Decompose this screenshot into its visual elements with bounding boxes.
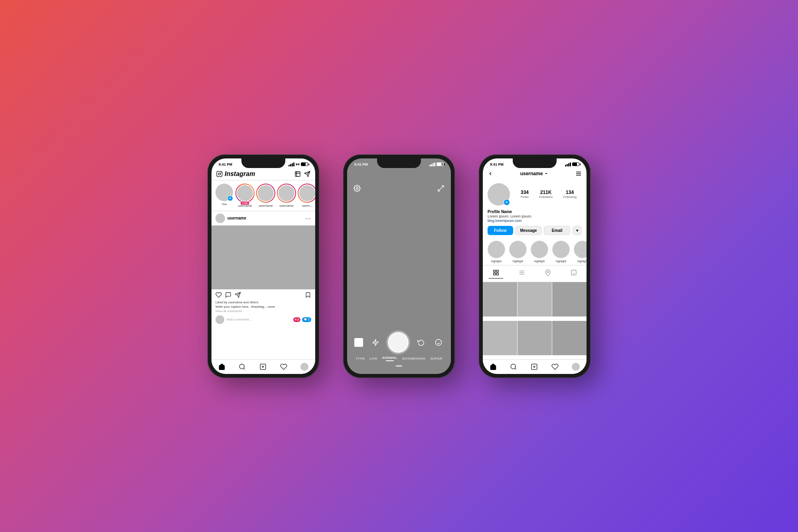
camera-top — [347, 169, 451, 192]
instagram-logo: Instagram — [216, 170, 255, 178]
comment-row: Add a comment... ♥ 2 💬 1 — [211, 314, 315, 326]
bio-line1: Lorem ipsum. Lorem ipsum. — [488, 214, 582, 219]
liked-by: Liked by usurname and others — [215, 301, 259, 304]
profile-search-tab[interactable] — [510, 363, 517, 370]
signal-icon — [288, 162, 294, 166]
rotate-icon[interactable] — [416, 337, 426, 348]
stat-followers-label: Followers — [539, 195, 553, 199]
grid-cell-2[interactable] — [518, 282, 552, 316]
shutter-btn[interactable] — [388, 332, 409, 353]
heart-tab[interactable] — [280, 363, 287, 370]
mode-type[interactable]: TYPE — [356, 357, 365, 360]
grid-cell-5[interactable] — [518, 321, 552, 355]
highlight-4[interactable]: highlight — [552, 241, 570, 263]
story-live[interactable]: LIVE username — [236, 184, 254, 208]
profile-navbar: username — [483, 169, 587, 179]
search-tab[interactable] — [239, 363, 246, 370]
story-4[interactable]: username — [278, 184, 295, 208]
settings-icon[interactable] — [354, 185, 361, 192]
camera-body: TYPE LIVE NORMAL BOOMERANG SUPER — [347, 169, 451, 374]
highlight-5[interactable]: highlight — [574, 241, 587, 263]
post-username[interactable]: username — [227, 216, 246, 220]
email-btn[interactable]: Email — [544, 226, 570, 235]
highlight-label-5: highlight — [577, 260, 587, 263]
mode-live[interactable]: LIVE — [369, 357, 377, 360]
profile-nav-username: username — [520, 171, 543, 176]
view-comments[interactable]: View all comments — [211, 309, 315, 314]
story-you[interactable]: + You — [215, 184, 233, 208]
like-count: 2 — [297, 318, 299, 321]
highlight-3[interactable]: highlight — [531, 241, 548, 263]
flash-icon[interactable] — [370, 337, 381, 348]
profile-add-btn[interactable]: + — [504, 199, 510, 206]
mode-indicator — [386, 360, 394, 361]
grid-cell-4[interactable] — [483, 321, 517, 355]
highlight-label-3: highlight — [534, 260, 545, 263]
stat-following[interactable]: 134 Following — [563, 190, 577, 199]
svg-rect-26 — [496, 273, 498, 275]
grid-tab[interactable] — [489, 269, 503, 279]
story-5[interactable]: usern... — [298, 184, 315, 208]
add-tab[interactable] — [259, 363, 267, 370]
home-tab[interactable] — [218, 363, 225, 370]
menu-icon[interactable] — [575, 170, 582, 177]
highlights-row: highlight highlight highlight highlight … — [483, 238, 587, 265]
bio-name: Profile Name — [488, 210, 582, 214]
grid-cell-3[interactable] — [552, 282, 587, 316]
emoji-icon[interactable] — [433, 337, 444, 348]
tagged-tab[interactable] — [567, 269, 581, 279]
post-icon[interactable] — [294, 171, 301, 177]
bio-link[interactable]: blog.loremipsum.com — [488, 219, 582, 223]
send-icon[interactable] — [304, 171, 310, 177]
story-5-ring — [298, 184, 315, 203]
comment-count: 1 — [308, 318, 310, 321]
more-btn[interactable]: ▾ — [573, 226, 582, 235]
profile-heart-tab[interactable] — [551, 363, 559, 370]
mode-normal[interactable]: NORMAL — [382, 356, 397, 360]
comment-icon[interactable] — [225, 292, 231, 298]
profile-avatar-tab[interactable] — [572, 363, 580, 371]
highlight-1[interactable]: highlight — [488, 241, 505, 263]
comment-badges: ♥ 2 💬 1 — [293, 317, 311, 322]
grid-cell-1[interactable] — [483, 282, 517, 316]
add-story-btn[interactable]: + — [227, 196, 233, 201]
profile-home-tab[interactable] — [490, 363, 497, 370]
profile-add-tab[interactable] — [531, 363, 538, 370]
stat-followers-num: 211K — [540, 190, 552, 195]
comment-avatar — [215, 315, 224, 324]
status-time-profile: 9:41 PM — [490, 162, 504, 166]
dropdown-icon[interactable] — [544, 172, 548, 176]
follow-btn[interactable]: Follow — [488, 226, 513, 235]
gallery-btn[interactable] — [354, 338, 363, 347]
svg-marker-16 — [373, 339, 378, 345]
story-5-label: usern... — [302, 204, 313, 208]
stories-row: + You LIVE username — [211, 180, 315, 211]
highlight-circle-1 — [488, 241, 505, 258]
mode-super[interactable]: SUPER — [431, 357, 442, 360]
feed-nav-icons — [294, 171, 310, 177]
phones-container: 9:41 PM ▾▾ — [184, 131, 614, 402]
list-tab[interactable] — [515, 269, 529, 279]
status-time-camera: 9:41 PM — [354, 162, 368, 166]
phone-camera-screen: 9:41 PM — [347, 158, 451, 374]
like-icon[interactable] — [215, 292, 222, 298]
caption-content: Write your caption here...#hashtag ...mo… — [215, 305, 275, 309]
story-4-label: username — [279, 204, 294, 208]
flip-camera-icon[interactable] — [437, 185, 444, 192]
feed-bottom-nav — [211, 359, 315, 374]
highlight-2[interactable]: highlight — [509, 241, 527, 263]
story-3[interactable]: username — [257, 184, 275, 208]
bookmark-icon[interactable] — [305, 292, 311, 298]
stat-followers[interactable]: 211K Followers — [539, 190, 553, 199]
post-more-btn[interactable]: ··· — [305, 215, 311, 222]
stat-posts[interactable]: 334 Posts — [521, 190, 529, 199]
share-icon[interactable] — [235, 292, 241, 298]
back-icon[interactable] — [488, 171, 493, 176]
grid-cell-6[interactable] — [552, 321, 587, 355]
location-tab[interactable] — [541, 269, 555, 279]
swipe-indicator — [396, 365, 402, 367]
message-btn[interactable]: Message — [516, 226, 542, 235]
profile-tab[interactable] — [300, 363, 308, 371]
comment-input[interactable]: Add a comment... — [227, 318, 291, 321]
mode-boomerang[interactable]: BOOMERANG — [402, 357, 425, 360]
